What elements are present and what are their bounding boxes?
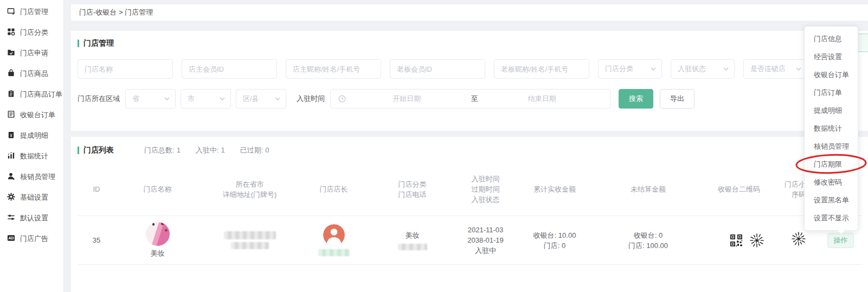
sidebar-item-store-goods[interactable]: 门店商品: [0, 64, 63, 84]
chain-store-select[interactable]: 是否连锁店: [743, 59, 807, 79]
store-category-select[interactable]: 门店分类: [598, 59, 662, 79]
round-mini-program-code-icon[interactable]: [749, 232, 765, 249]
section-title-filters: 门店管理: [78, 39, 114, 48]
round-mini-program-code-icon[interactable]: [790, 231, 807, 247]
menu-item-store-info[interactable]: 门店信息: [805, 30, 858, 48]
menu-item-verifier-management[interactable]: 核销员管理: [805, 137, 858, 155]
sidebar-item-store-category[interactable]: 门店分类: [0, 22, 63, 43]
join-date: 2021-11-03: [457, 225, 514, 235]
sidebar-item-label: 门店商品订单: [20, 90, 62, 99]
chevron-down-icon: [796, 67, 801, 71]
city-select[interactable]: 市: [181, 89, 231, 109]
cell-id: 35: [78, 235, 115, 245]
sidebar-item-store-management[interactable]: 门店管理: [0, 2, 63, 22]
owner-info-input[interactable]: [286, 59, 381, 79]
green-accent-bar: [78, 40, 79, 47]
censored-address-line: [231, 242, 269, 249]
category-icon: [7, 28, 15, 37]
unsettled-cashier: 收银台: 0: [595, 230, 701, 240]
category-label: 美妆: [406, 230, 420, 240]
chart-icon: [7, 151, 15, 161]
unsettled-store: 门店: 100.00: [595, 240, 701, 251]
col-header-address: 所在省市 详细地址(门牌号): [200, 179, 300, 200]
select-placeholder: 区/县: [243, 94, 259, 104]
menu-item-change-password[interactable]: 修改密码: [805, 173, 858, 191]
qr-code-icon[interactable]: [729, 233, 743, 247]
store-list-card: 门店列表 门店总数:1 入驻中:1 已过期:0 ID 门店名称 所在省市 详细地…: [71, 137, 868, 292]
sidebar-item-label: 默认设置: [20, 213, 48, 223]
district-select[interactable]: 区/县: [236, 89, 286, 109]
sidebar-item-store-application[interactable]: 门店申请: [0, 43, 63, 64]
stat-total: 门店总数:1: [142, 145, 181, 155]
col-header-time-status: 入驻时间 过期时间 入驻状态: [457, 174, 514, 205]
clipboard-icon: [7, 90, 15, 99]
table-row: 35 美妆: [78, 216, 863, 265]
person-icon: [7, 172, 15, 182]
cell-category-phone: 美妆: [368, 230, 457, 250]
filter-row-1: 门店分类 入驻状态 是否连锁店: [78, 59, 807, 79]
censored-phone: [398, 244, 427, 250]
col-header-paid: 累计实收金额: [514, 184, 595, 194]
menu-item-business-settings[interactable]: 经营设置: [805, 48, 858, 66]
sidebar-item-commission-details[interactable]: 提成明细: [0, 125, 63, 146]
entry-status-select[interactable]: 入驻状态: [671, 59, 735, 79]
action-popover-menu: 门店信息 经营设置 收银台订单 门店订单 提成明细 数据统计 核销员管理 门店期…: [804, 26, 858, 231]
chevron-down-icon: [723, 67, 729, 71]
expire-date: 2038-01-19: [457, 235, 514, 245]
sidebar-item-store-ads[interactable]: AD 门店广告: [0, 228, 63, 249]
sidebar-item-store-goods-orders[interactable]: 门店商品订单: [0, 84, 63, 105]
manager-avatar[interactable]: [323, 224, 345, 246]
menu-item-set-hidden[interactable]: 设置不显示: [805, 209, 858, 227]
row-action-button[interactable]: 操作: [827, 233, 854, 248]
store-avatar[interactable]: [146, 222, 170, 246]
col-header-cashier-qr: 收银台二维码: [701, 184, 777, 194]
menu-item-data-statistics[interactable]: 数据统计: [805, 119, 858, 137]
store-name-input[interactable]: [78, 59, 173, 79]
start-date-placeholder[interactable]: 开始日期: [346, 94, 468, 104]
list-title: 门店列表: [83, 145, 114, 155]
province-select[interactable]: 省: [125, 89, 176, 109]
breadcrumb-bar: 门店-收银台 > 门店管理: [71, 4, 868, 21]
col-header-category-phone: 门店分类 门店电话: [368, 179, 457, 200]
chevron-down-icon: [164, 97, 170, 100]
menu-item-store-period[interactable]: 门店期限: [805, 155, 858, 173]
store-icon: [7, 7, 15, 17]
boss-member-id-input[interactable]: [390, 59, 485, 79]
menu-item-store-orders[interactable]: 门店订单: [805, 84, 858, 101]
breadcrumb: 门店-收银台 > 门店管理: [79, 8, 153, 17]
select-placeholder: 门店分类: [605, 64, 633, 74]
search-button[interactable]: 搜索: [619, 89, 653, 109]
col-header-id: ID: [78, 184, 115, 194]
sidebar-item-cashier-orders[interactable]: 收银台订单: [0, 105, 63, 125]
menu-item-cashier-orders[interactable]: 收银台订单: [805, 66, 858, 84]
date-range-picker[interactable]: 开始日期 至 结束日期: [330, 89, 611, 109]
sidebar-item-label: 门店分类: [20, 28, 48, 37]
store-stats: 门店总数:1 入驻中:1 已过期:0: [142, 145, 269, 155]
cell-address: [200, 231, 300, 249]
menu-item-commission-details[interactable]: 提成明细: [805, 101, 858, 119]
sidebar-item-label: 门店申请: [20, 48, 48, 58]
col-header-manager: 门店店长: [300, 184, 368, 194]
sidebar-item-basic-settings[interactable]: 基础设置: [0, 187, 63, 208]
sliders-icon: [7, 213, 15, 223]
store-table: ID 门店名称 所在省市 详细地址(门牌号) 门店店长 门店分类 门店电话 入驻…: [78, 163, 863, 265]
boss-info-input[interactable]: [494, 59, 589, 79]
menu-item-set-blacklist[interactable]: 设置黑名单: [805, 191, 858, 209]
store-name-label: 美妆: [151, 248, 165, 258]
sidebar-item-label: 收银台订单: [20, 110, 55, 120]
cell-cashier-qr: [701, 232, 777, 249]
chevron-down-icon: [220, 97, 225, 100]
page-title: 门店管理: [83, 39, 114, 48]
end-date-placeholder[interactable]: 结束日期: [481, 94, 603, 104]
filter-card: 门店管理 门店分类 入驻状态 是否连锁店 门店所在区域 省 市 区: [71, 31, 868, 131]
export-button[interactable]: 导出: [660, 89, 695, 109]
select-placeholder: 入驻状态: [678, 64, 706, 74]
sidebar-item-data-statistics[interactable]: 数据统计: [0, 146, 63, 167]
sidebar-item-default-settings[interactable]: 默认设置: [0, 208, 63, 228]
green-accent-bar: [78, 147, 79, 154]
sidebar-item-label: 门店管理: [20, 7, 48, 17]
join-time-label: 入驻时间: [297, 94, 325, 104]
sidebar-item-verifier-management[interactable]: 核销员管理: [0, 167, 63, 187]
col-header-store-name: 门店名称: [115, 184, 200, 194]
owner-member-id-input[interactable]: [182, 59, 277, 79]
